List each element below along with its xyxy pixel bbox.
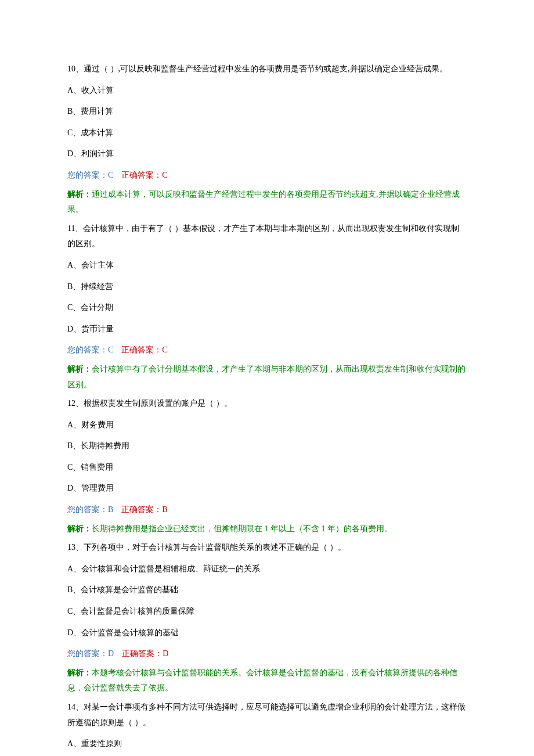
question-option: B、长期待摊费用	[67, 438, 467, 454]
analysis: 解析：通过成本计算，可以反映和监督生产经营过程中发生的各项费用是否节约或超支,并…	[67, 187, 467, 218]
answer-line: 您的答案：D 正确答案：D	[67, 646, 467, 662]
answer-line: 您的答案：C 正确答案：C	[67, 168, 467, 183]
question-option: C、销售费用	[67, 460, 467, 476]
analysis: 解析：会计核算中有了会计分期基本假设，才产生了本期与非本期的区别，从而出现权责发…	[67, 362, 467, 393]
your-answer-label: 您的答案：	[67, 505, 108, 514]
correct-answer-value: D	[163, 649, 168, 658]
question-stem: 11、会计核算中，由于有了（ ）基本假设，才产生了本期与非本期的区别，从而出现权…	[67, 221, 467, 252]
question-stem: 10、通过（ ）,可以反映和监督生产经营过程中发生的各项费用是否节约或超支,并据…	[67, 62, 467, 77]
correct-answer-value: B	[162, 505, 167, 514]
analysis-label: 解析：	[67, 365, 92, 373]
question-block: 11、会计核算中，由于有了（ ）基本假设，才产生了本期与非本期的区别，从而出现权…	[67, 221, 467, 393]
question-block: 14、对某一会计事项有多种不同方法可供选择时，应尽可能选择可以避免虚增企业利润的…	[67, 700, 467, 752]
question-option: B、费用计算	[67, 104, 467, 120]
question-option: C、会计分期	[67, 300, 467, 316]
question-block: 13、下列各项中，对于会计核算与会计监督职能关系的表述不正确的是（ ）。 A、会…	[67, 540, 467, 696]
question-option: C、会计监督是会计核算的质量保障	[67, 604, 467, 620]
question-option: D、会计监督是会计核算的基础	[67, 625, 467, 641]
your-answer-label: 您的答案：	[67, 345, 108, 354]
analysis-text: 会计核算中有了会计分期基本假设，才产生了本期与非本期的区别，从而出现权责发生制和…	[67, 365, 466, 389]
question-option: C、成本计算	[67, 125, 467, 141]
correct-answer-label: 正确答案：	[121, 171, 162, 179]
question-option: A、重要性原则	[67, 736, 467, 752]
your-answer-label: 您的答案：	[67, 649, 108, 658]
your-answer-value: C	[108, 171, 113, 179]
analysis: 解析：本题考核会计核算与会计监督职能的关系。会计核算是会计监督的基础，没有会计核…	[67, 665, 467, 696]
analysis-label: 解析：	[67, 668, 92, 677]
analysis: 解析：长期待摊费用是指企业已经支出，但摊销期限在 1 年以上（不含 1 年）的各…	[67, 521, 467, 537]
answer-line: 您的答案：C 正确答案：C	[67, 343, 467, 358]
question-stem: 12、根据权责发生制原则设置的账户是（ ）。	[67, 396, 467, 412]
question-stem: 13、下列各项中，对于会计核算与会计监督职能关系的表述不正确的是（ ）。	[67, 540, 467, 556]
correct-answer-label: 正确答案：	[121, 505, 162, 514]
correct-answer-label: 正确答案：	[122, 649, 163, 658]
your-answer-value: D	[108, 649, 114, 658]
question-option: A、财务费用	[67, 417, 467, 433]
question-option: B、会计核算是会计监督的基础	[67, 582, 467, 598]
your-answer-value: B	[108, 505, 113, 514]
question-option: D、管理费用	[67, 481, 467, 496]
analysis-text: 本题考核会计核算与会计监督职能的关系。会计核算是会计监督的基础，没有会计核算所提…	[67, 668, 457, 693]
question-option: A、会计主体	[67, 258, 467, 273]
question-option: A、会计核算和会计监督是相辅相成、辩证统一的关系	[67, 561, 467, 577]
answer-line: 您的答案：B 正确答案：B	[67, 502, 467, 518]
question-block: 12、根据权责发生制原则设置的账户是（ ）。 A、财务费用 B、长期待摊费用 C…	[67, 396, 467, 537]
analysis-text: 通过成本计算，可以反映和监督生产经营过程中发生的各项费用是否节约或超支,并据以确…	[67, 190, 460, 214]
correct-answer-value: C	[162, 171, 167, 179]
question-block: 10、通过（ ）,可以反映和监督生产经营过程中发生的各项费用是否节约或超支,并据…	[67, 62, 467, 218]
your-answer-label: 您的答案：	[67, 171, 108, 179]
question-option: D、货币计量	[67, 322, 467, 337]
question-option: B、持续经营	[67, 279, 467, 295]
question-option: A、收入计算	[67, 83, 467, 99]
analysis-label: 解析：	[67, 190, 92, 199]
correct-answer-value: C	[162, 345, 167, 354]
question-option: D、利润计算	[67, 146, 467, 162]
correct-answer-label: 正确答案：	[121, 345, 162, 354]
question-stem: 14、对某一会计事项有多种不同方法可供选择时，应尽可能选择可以避免虚增企业利润的…	[67, 700, 467, 730]
your-answer-value: C	[108, 345, 113, 354]
analysis-text: 长期待摊费用是指企业已经支出，但摊销期限在 1 年以上（不含 1 年）的各项费用…	[92, 524, 392, 533]
analysis-label: 解析：	[67, 524, 92, 533]
